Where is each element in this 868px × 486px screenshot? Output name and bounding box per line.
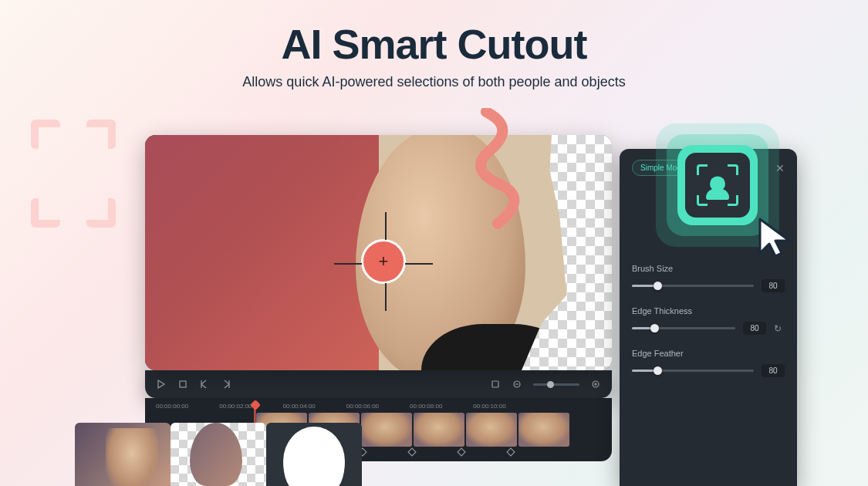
zoom-in-icon[interactable] bbox=[590, 379, 601, 390]
person-scan-icon bbox=[697, 164, 738, 206]
preview-left-masked bbox=[145, 135, 379, 370]
clip-thumb[interactable] bbox=[518, 413, 569, 447]
zoom-slider[interactable] bbox=[533, 383, 579, 386]
thumbnail-mask[interactable] bbox=[266, 423, 362, 486]
brush-size-label: Brush Size bbox=[632, 264, 785, 273]
stop-icon[interactable] bbox=[177, 379, 188, 390]
time-mark: 00:00:10:00 bbox=[473, 403, 505, 410]
time-mark: 00:00:02:00 bbox=[219, 403, 252, 410]
squiggle-decoration bbox=[475, 108, 521, 231]
result-thumbnails bbox=[75, 423, 362, 486]
brush-plus-icon: + bbox=[379, 251, 389, 272]
brush-size-value: 80 bbox=[762, 279, 785, 292]
time-mark: 00:00:04:00 bbox=[283, 403, 316, 410]
brush-size-slider[interactable] bbox=[632, 285, 754, 287]
keyframe-icon[interactable] bbox=[457, 447, 465, 456]
keyframe-icon[interactable] bbox=[407, 447, 416, 456]
clip-thumb[interactable] bbox=[361, 413, 412, 447]
edge-feather-slider[interactable] bbox=[632, 370, 754, 372]
edge-thickness-label: Edge Thickness bbox=[632, 306, 785, 316]
clip-thumb[interactable] bbox=[414, 413, 464, 447]
next-frame-icon[interactable] bbox=[221, 379, 231, 390]
keyframe-icon[interactable] bbox=[506, 447, 515, 456]
edge-feather-value: 80 bbox=[762, 364, 785, 377]
time-mark: 00:00:00:00 bbox=[156, 403, 188, 410]
edge-feather-label: Edge Feather bbox=[632, 349, 785, 358]
zoom-out-icon[interactable] bbox=[512, 379, 522, 390]
edge-thickness-slider[interactable] bbox=[632, 327, 735, 329]
thumbnail-transparent[interactable] bbox=[171, 423, 266, 486]
brush-size-slider-group: Brush Size 80 bbox=[632, 264, 785, 292]
clip-thumb[interactable] bbox=[466, 413, 517, 447]
play-icon[interactable] bbox=[156, 379, 167, 390]
video-preview[interactable]: + bbox=[145, 135, 612, 370]
time-mark: 00:00:06:00 bbox=[346, 403, 379, 410]
svg-rect-0 bbox=[180, 381, 186, 387]
edge-thickness-value: 80 bbox=[743, 322, 766, 335]
cursor-arrow-icon bbox=[755, 216, 799, 262]
decorative-brackets bbox=[31, 120, 116, 228]
prev-frame-icon[interactable] bbox=[199, 379, 210, 390]
brush-cursor-icon[interactable]: + bbox=[361, 239, 406, 284]
crop-icon[interactable] bbox=[490, 379, 501, 390]
svg-rect-1 bbox=[492, 381, 498, 387]
reset-icon[interactable]: ↻ bbox=[774, 323, 785, 334]
thumbnail-original[interactable] bbox=[75, 423, 171, 486]
timeline-ruler: 00:00:00:00 00:00:02:00 00:00:04:00 00:0… bbox=[145, 403, 612, 413]
page-subtitle: Allows quick AI-powered selections of bo… bbox=[0, 74, 868, 90]
edge-thickness-slider-group: Edge Thickness 80 ↻ bbox=[632, 306, 785, 335]
header: AI Smart Cutout Allows quick AI-powered … bbox=[0, 0, 868, 90]
time-mark: 00:00:08:00 bbox=[410, 403, 442, 410]
edge-feather-slider-group: Edge Feather 80 bbox=[632, 349, 785, 377]
page-title: AI Smart Cutout bbox=[0, 20, 868, 68]
playback-bar bbox=[145, 370, 612, 398]
